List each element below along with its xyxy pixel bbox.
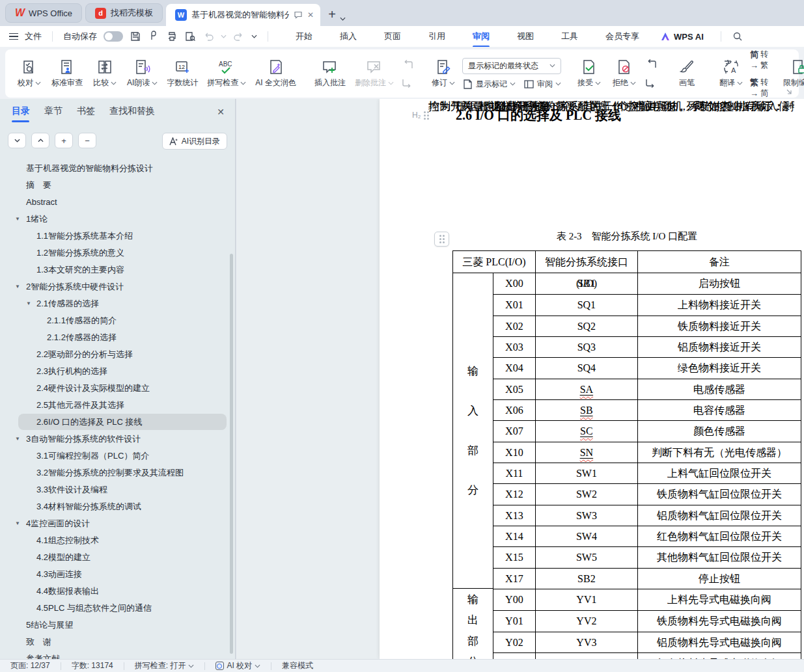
cell-remark[interactable]: 铁质物料先导式电磁换向阀 (638, 611, 801, 631)
file-menu[interactable]: 文件 (25, 31, 42, 42)
toc-expand-all-button[interactable] (8, 133, 26, 148)
sidebar-tab[interactable]: 书签 (77, 105, 95, 122)
cell-remark[interactable]: 上料物料接近开关 (638, 295, 801, 315)
cell-interface[interactable]: SQ4 (536, 358, 638, 378)
cell-interface[interactable]: YV2 (536, 611, 638, 631)
cell-interface[interactable]: SW2 (536, 484, 638, 504)
toc-item[interactable]: 参考文献 (0, 651, 234, 659)
spellcheck-status[interactable]: 拼写检查: 打开 (135, 660, 195, 671)
hamburger-menu-icon[interactable] (9, 31, 18, 42)
toc-item[interactable]: 4.2模型的建立 (0, 549, 234, 566)
simplified-to-traditional-button[interactable]: 简→ 转繁 (750, 49, 768, 71)
toc-item[interactable]: Abstract (0, 194, 234, 211)
cell-remark[interactable]: 电感传感器 (638, 379, 801, 399)
cell-plc-port[interactable]: X03 (493, 337, 536, 357)
toc-item[interactable]: ▼ 2.1传感器的选择 (0, 295, 234, 312)
show-markup-button[interactable]: 显示标记 (462, 79, 516, 90)
toolbar-more-chevron-icon[interactable] (251, 34, 257, 38)
cell-plc-port[interactable]: X07 (493, 421, 536, 441)
cell-plc-port[interactable]: Y01 (493, 611, 536, 631)
translate-button[interactable]: A 翻译 (715, 56, 747, 91)
toc-item[interactable]: ▼ 2智能分拣系统中硬件设计 (0, 278, 234, 295)
ribbon-collapse-icon[interactable] (786, 88, 792, 95)
toc-expand-arrow-icon[interactable]: ▼ (26, 295, 31, 312)
sidebar-tab[interactable]: 目录 (12, 105, 30, 122)
menu-item[interactable]: 开始 (294, 27, 314, 46)
toc-collapse-all-button[interactable] (31, 133, 49, 148)
document-page[interactable]: H₂ 2.6 I/O 口的选择及 PLC 接线 根据材料智能分拣系统的工作过程由… (380, 99, 804, 659)
track-changes-button[interactable]: 修订 (427, 56, 460, 91)
toc-item[interactable]: 4.3动画连接 (0, 566, 234, 583)
sidebar-tab[interactable]: 章节 (44, 105, 62, 122)
toc-item[interactable]: 2.2驱动部分的分析与选择 (0, 346, 234, 363)
compare-button[interactable]: 比较 (89, 56, 121, 91)
menu-item[interactable]: 工具 (560, 27, 579, 46)
reject-changes-button[interactable]: 拒绝 (608, 56, 641, 91)
toc-item[interactable]: 2.6I/O 口的选择及 PLC 接线 (0, 414, 234, 431)
cell-plc-port[interactable]: X05 (493, 379, 536, 399)
cell-interface[interactable]: SW1 (536, 463, 638, 483)
cell-remark[interactable]: 绿色物料接近开关 (638, 358, 801, 378)
tab-document[interactable]: W 基于机器视觉的智能物料分拣 ✕ (166, 4, 320, 26)
undo-icon[interactable] (202, 31, 214, 42)
cell-interface[interactable]: SB1 (536, 273, 638, 294)
autosave-toggle[interactable] (104, 31, 123, 42)
next-change-button[interactable] (643, 75, 659, 90)
cell-remark[interactable]: 铁质物料接近开关 (638, 316, 801, 336)
cell-plc-port[interactable]: X00 (493, 273, 536, 294)
new-tab-button[interactable]: + (328, 7, 336, 22)
toc-expand-arrow-icon[interactable]: ▼ (15, 278, 20, 295)
spell-check-button[interactable]: ABC 拼写检查 (204, 56, 249, 91)
insert-comment-button[interactable]: 插入批注 (311, 56, 349, 91)
menu-item[interactable]: 会员专享 (604, 27, 641, 46)
toc-item[interactable]: 4.4数据报表输出 (0, 583, 234, 600)
toc-expand-arrow-icon[interactable]: ▼ (15, 431, 20, 448)
menu-item[interactable]: 引用 (427, 27, 447, 46)
restrict-editing-button[interactable]: 限制编辑 (780, 56, 804, 91)
ai-polish-button[interactable]: AI 全文润色 (252, 56, 299, 91)
toc-item[interactable]: 基于机器视觉的智能物料分拣设计 (0, 160, 234, 177)
toc-zoom-in-button[interactable]: + (55, 133, 73, 148)
tab-wps-office[interactable]: W WPS Office (5, 3, 82, 23)
cell-remark[interactable]: 颜色传感器 (638, 421, 801, 441)
toc-item[interactable]: 1.3本文研究的主要内容 (0, 262, 234, 278)
cell-interface[interactable]: SW3 (536, 505, 638, 526)
search-icon[interactable] (732, 31, 743, 42)
menu-item[interactable]: 插入 (339, 27, 358, 46)
menu-item[interactable]: 审阅 (471, 27, 491, 46)
cell-plc-port[interactable]: Y03 (493, 653, 536, 659)
cell-remark[interactable]: 电容传感器 (638, 400, 801, 420)
sidebar-close-icon[interactable]: ✕ (217, 107, 225, 122)
markup-state-dropdown[interactable]: 显示标记的最终状态 (462, 58, 561, 74)
toc-item[interactable]: 5结论与展望 (0, 617, 234, 634)
cell-interface[interactable]: YV3 (536, 632, 638, 652)
toc-item[interactable]: 1.2智能分拣系统的意义 (0, 245, 234, 262)
wps-ai-button[interactable]: WPS AI (660, 32, 704, 42)
save-icon[interactable] (130, 31, 141, 42)
input-group-cell[interactable]: 输入部分 (453, 273, 493, 589)
previous-comment-button[interactable] (400, 57, 415, 72)
cell-interface[interactable]: SQ1 (536, 295, 638, 315)
menu-item[interactable]: 视图 (516, 27, 535, 46)
standard-review-button[interactable]: 标准审查 (48, 56, 86, 91)
toc-item[interactable]: 2.1.2传感器的选择 (0, 329, 234, 346)
toc-item[interactable]: 摘 要 (0, 177, 234, 194)
toc-expand-arrow-icon[interactable]: ▼ (15, 211, 20, 228)
cell-plc-port[interactable]: Y00 (493, 589, 536, 610)
traditional-to-simplified-button[interactable]: 繁→ 转简 (750, 77, 768, 99)
cell-interface[interactable]: SQ2 (536, 316, 638, 336)
cell-plc-port[interactable]: X17 (493, 569, 536, 589)
tab-docer-templates[interactable]: d 找稻壳模板 (85, 3, 163, 23)
toc-zoom-out-button[interactable]: − (78, 133, 96, 148)
header-cell-plc[interactable]: 三菱 PLC(I/O) (453, 251, 536, 273)
toc-item[interactable]: 2.3执行机构的选择 (0, 363, 234, 380)
proofread-button[interactable]: 校对 (13, 56, 46, 91)
cell-plc-port[interactable]: X12 (493, 484, 536, 504)
cell-plc-port[interactable]: X14 (493, 526, 536, 546)
cell-interface[interactable]: SC (536, 421, 638, 441)
accept-changes-button[interactable]: 接受 (573, 56, 605, 91)
cell-remark[interactable]: 红色物料先导式电磁换向阀 (638, 653, 801, 659)
cell-remark[interactable]: 铝质物料气缸回位限位开关 (638, 505, 801, 526)
cell-plc-port[interactable]: X13 (493, 505, 536, 526)
table-move-handle[interactable] (434, 232, 449, 247)
